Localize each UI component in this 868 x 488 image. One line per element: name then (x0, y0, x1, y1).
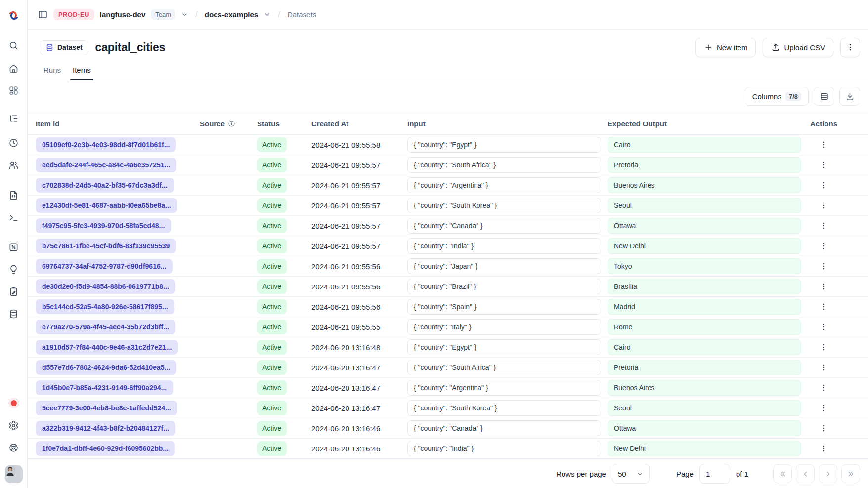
search-icon[interactable] (4, 36, 23, 55)
item-id-badge[interactable]: 69764737-34af-4752-9787-d90df9616... (36, 259, 173, 274)
item-id-badge[interactable]: 05109ef0-2e3b-4e03-98dd-8f7d01b61f... (36, 137, 176, 152)
row-actions-button[interactable] (817, 179, 830, 192)
prompts-file-icon[interactable] (4, 186, 23, 204)
input-cell[interactable]: { "country": "Brazil" } (407, 279, 601, 294)
input-cell[interactable]: { "country": "Spain" } (407, 299, 601, 315)
row-actions-button[interactable] (817, 199, 830, 212)
chevron-down-icon[interactable] (181, 11, 188, 18)
breadcrumb-org[interactable]: langfuse-dev (100, 10, 146, 19)
playground-terminal-icon[interactable] (4, 208, 23, 227)
expected-output-cell[interactable]: Ottawa (608, 218, 801, 234)
row-actions-button[interactable] (817, 159, 830, 171)
page-more-actions-button[interactable] (840, 38, 860, 57)
input-cell[interactable]: { "country": "Argentina" } (407, 380, 601, 396)
input-cell[interactable]: { "country": "Canada" } (407, 218, 601, 234)
item-id-badge[interactable]: d557e7d6-7802-4624-9da6-52d410ea5... (36, 360, 176, 375)
expected-output-cell[interactable]: Pretoria (608, 360, 801, 375)
column-header-status[interactable]: Status (257, 120, 311, 128)
item-id-badge[interactable]: 1d45b0e7-b85a-4231-9149-6ff90a294... (36, 380, 173, 395)
tracing-icon[interactable] (4, 109, 23, 127)
item-id-badge[interactable]: b5c144cd-52a5-4a80-926e-58617f895... (36, 299, 174, 314)
tab-runs[interactable]: Runs (40, 61, 65, 80)
item-id-badge[interactable]: 5cee7779-3e00-4eb8-be8c-1affedd524... (36, 401, 177, 415)
expected-output-cell[interactable]: Buenos Aires (608, 177, 801, 193)
expected-output-cell[interactable]: Cairo (608, 137, 801, 153)
annotation-clipboard-icon[interactable] (4, 282, 23, 301)
expected-output-cell[interactable]: Seoul (608, 400, 801, 416)
item-id-badge[interactable]: 1f0e7da1-dbff-4e60-929d-f6095602bb... (36, 441, 175, 456)
expected-output-cell[interactable]: Tokyo (608, 258, 801, 274)
column-header-created-at[interactable]: Created At (311, 120, 407, 128)
last-page-button[interactable] (841, 464, 860, 483)
breadcrumb-current[interactable]: Datasets (287, 10, 316, 19)
row-actions-button[interactable] (817, 219, 830, 232)
input-cell[interactable]: { "country": "Egypt" } (407, 137, 601, 153)
item-id-badge[interactable]: a1910d57-7f84-440c-9e46-a31c2d7e21... (36, 340, 178, 355)
input-cell[interactable]: { "country": "Argentina" } (407, 177, 601, 193)
input-cell[interactable]: { "country": "India" } (407, 238, 601, 254)
row-actions-button[interactable] (817, 240, 830, 252)
expected-output-cell[interactable]: Buenos Aires (608, 380, 801, 396)
rows-per-page-select[interactable]: 50 (612, 464, 650, 484)
expected-output-cell[interactable]: New Delhi (608, 238, 801, 254)
input-cell[interactable]: { "country": "Italy" } (407, 319, 601, 335)
sessions-clock-icon[interactable] (4, 133, 23, 152)
datasets-database-icon[interactable] (4, 304, 23, 323)
row-actions-button[interactable] (817, 138, 830, 151)
expected-output-cell[interactable]: Rome (608, 319, 801, 335)
export-download-button[interactable] (839, 87, 860, 106)
row-actions-button[interactable] (817, 402, 830, 414)
expected-output-cell[interactable]: Madrid (608, 299, 801, 315)
input-cell[interactable]: { "country": "South Korea" } (407, 400, 601, 416)
tab-items[interactable]: Items (69, 61, 95, 80)
new-item-button[interactable]: New item (695, 38, 756, 57)
input-cell[interactable]: { "country": "Japan" } (407, 258, 601, 274)
input-cell[interactable]: { "country": "South Africa" } (407, 360, 601, 375)
chevron-down-icon[interactable] (263, 11, 271, 18)
input-cell[interactable]: { "country": "South Korea" } (407, 198, 601, 213)
item-id-badge[interactable]: de30d2e0-f5d9-4854-88b6-0619771b8... (36, 279, 175, 294)
breadcrumb-project[interactable]: docs-examples (205, 10, 258, 19)
dashboard-icon[interactable] (4, 81, 23, 100)
row-actions-button[interactable] (817, 442, 830, 455)
support-lifebuoy-icon[interactable] (4, 438, 23, 457)
users-icon[interactable] (4, 156, 23, 174)
first-page-button[interactable] (773, 464, 792, 483)
expected-output-cell[interactable]: Pretoria (608, 157, 801, 173)
expected-output-cell[interactable]: New Delhi (608, 441, 801, 456)
item-id-badge[interactable]: e779a270-579a-4f45-aec4-35b72d3bff... (36, 320, 175, 334)
user-avatar[interactable] (4, 465, 23, 484)
lightbulb-icon[interactable] (4, 260, 23, 279)
input-cell[interactable]: { "country": "Egypt" } (407, 339, 601, 355)
item-id-badge[interactable]: c702838d-24d5-40a2-bf35-67dc3a3df... (36, 178, 174, 193)
previous-page-button[interactable] (796, 464, 815, 483)
item-id-badge[interactable]: f4975c95-5fc3-4939-970d-58fa5cd48... (36, 218, 171, 233)
row-actions-button[interactable] (817, 300, 830, 313)
item-id-badge[interactable]: eed5dafe-244f-465c-a84c-4a6e357251... (36, 158, 176, 172)
row-actions-button[interactable] (817, 361, 830, 374)
row-actions-button[interactable] (817, 341, 830, 354)
row-actions-button[interactable] (817, 321, 830, 333)
expected-output-cell[interactable]: Brasília (608, 279, 801, 294)
page-number-input[interactable] (699, 464, 730, 484)
expected-output-cell[interactable]: Seoul (608, 198, 801, 213)
expected-output-cell[interactable]: Ottawa (608, 420, 801, 436)
column-header-item-id[interactable]: Item id (36, 120, 200, 128)
settings-gear-icon[interactable] (4, 416, 23, 435)
home-icon[interactable] (4, 59, 23, 78)
column-header-input[interactable]: Input (407, 120, 608, 128)
item-id-badge[interactable]: b75c7861-1fbe-45cf-bdf6-83f139c95539 (36, 239, 176, 253)
next-page-button[interactable] (819, 464, 837, 483)
row-actions-button[interactable] (817, 260, 830, 273)
row-actions-button[interactable] (817, 381, 830, 394)
column-header-expected-output[interactable]: Expected Output (608, 120, 810, 128)
input-cell[interactable]: { "country": "India" } (407, 441, 601, 456)
item-id-badge[interactable]: e12430df-5e81-4687-aabb-f0ea65be8a... (36, 198, 177, 213)
input-cell[interactable]: { "country": "South Africa" } (407, 157, 601, 173)
row-actions-button[interactable] (817, 280, 830, 293)
row-actions-button[interactable] (817, 422, 830, 435)
input-cell[interactable]: { "country": "Canada" } (407, 420, 601, 436)
upload-csv-button[interactable]: Upload CSV (763, 38, 833, 57)
recording-indicator-dot[interactable] (4, 394, 23, 412)
columns-button[interactable]: Columns 7/8 (745, 87, 809, 106)
